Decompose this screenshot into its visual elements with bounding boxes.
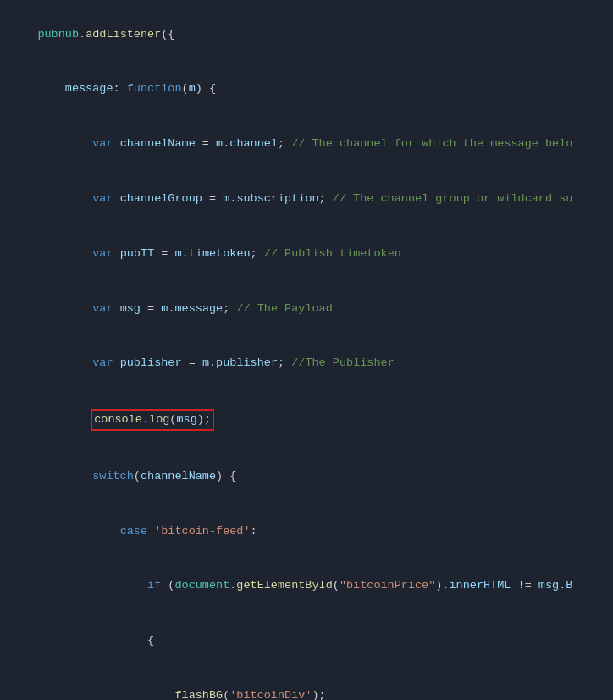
token [113, 137, 120, 150]
token [37, 525, 119, 537]
token: pubTT [120, 247, 155, 260]
token [37, 470, 92, 482]
code-line-1: pubnub.addListener({ [0, 7, 613, 62]
token: // The channel for which the message bel… [291, 137, 572, 150]
token: ); [197, 413, 211, 426]
token: ; [278, 137, 291, 150]
token: channelName [120, 137, 196, 150]
code-line-12: { [0, 614, 613, 669]
token: m [216, 137, 223, 150]
token: var [92, 356, 113, 369]
token: pubnub [37, 28, 79, 41]
token: var [92, 247, 113, 260]
token: { [37, 634, 154, 647]
token: console [94, 413, 142, 426]
token [37, 302, 92, 315]
token: . [182, 247, 189, 260]
token: message [65, 82, 113, 95]
token: if [147, 579, 161, 592]
token [147, 525, 154, 537]
token: flashBG [174, 689, 223, 700]
token [37, 192, 92, 205]
token: ( [333, 579, 340, 592]
code-line-10: case 'bitcoin-feed': [0, 504, 613, 559]
token: ( [134, 470, 141, 482]
code-line-7: var publisher = m.publisher; //The Publi… [0, 336, 613, 391]
token: ( [161, 579, 174, 592]
token [37, 689, 174, 700]
token: m [189, 82, 196, 95]
token: ). [435, 579, 449, 592]
token [37, 579, 147, 592]
token: = [182, 356, 202, 369]
token: log [149, 413, 169, 426]
token [113, 247, 120, 260]
token: : [251, 525, 257, 537]
token: m [202, 356, 209, 369]
token: : [113, 82, 127, 95]
token: channel [229, 137, 278, 150]
code-line-5: var pubTT = m.timetoken; // Publish time… [0, 226, 613, 281]
token: msg [176, 413, 196, 426]
token: ; [251, 247, 264, 260]
token: function [127, 82, 182, 95]
token: = [196, 137, 216, 150]
token: = [154, 247, 174, 260]
token: switch [92, 470, 134, 482]
token: document [174, 579, 229, 592]
code-line-3: var channelName = m.channel; // The chan… [0, 117, 613, 172]
token [37, 356, 92, 369]
token: = [141, 302, 161, 315]
token [37, 247, 92, 260]
token: message [174, 302, 223, 315]
code-line-11: if (document.getElementById("bitcoinPric… [0, 559, 613, 614]
token [37, 137, 92, 150]
token [37, 413, 92, 426]
token: innerHTML [450, 579, 511, 592]
token: . [79, 28, 86, 41]
token: channelName [141, 470, 216, 482]
token: //The Publisher [291, 356, 395, 369]
token: ; [319, 192, 333, 205]
token: ); [312, 689, 325, 700]
token: msg [538, 579, 559, 592]
token [113, 356, 120, 369]
token: var [92, 137, 113, 150]
token [113, 302, 120, 315]
token: subscription [236, 192, 318, 205]
token: ) { [216, 470, 236, 482]
token: var [92, 192, 113, 205]
token: ) { [196, 82, 216, 95]
token: msg [120, 302, 141, 315]
token [113, 192, 120, 205]
token: // The channel group or wildcard su [333, 192, 573, 205]
code-line-8-highlighted: console.log(msg); [0, 390, 613, 449]
token: . [209, 356, 216, 369]
token: m [174, 247, 181, 260]
token: ({ [161, 28, 174, 41]
token: ; [223, 302, 236, 315]
token: 'bitcoinDiv' [229, 689, 312, 700]
token: channelGroup [120, 192, 202, 205]
token: getElementById [236, 579, 332, 592]
code-line-4: var channelGroup = m.subscription; // Th… [0, 171, 613, 226]
token: "bitcoinPrice" [340, 579, 435, 592]
code-editor: pubnub.addListener({ message: function(m… [0, 0, 613, 700]
code-line-9: switch(channelName) { [0, 449, 613, 504]
token: ; [278, 356, 291, 369]
token: publisher [120, 356, 182, 369]
token: . [142, 413, 149, 426]
token: publisher [216, 356, 278, 369]
token: = [202, 192, 223, 205]
highlight-box: console.log(msg); [91, 409, 214, 431]
token [37, 82, 64, 95]
token: var [92, 302, 113, 315]
token: ( [182, 82, 189, 95]
token: // The Payload [236, 302, 332, 315]
token: != [511, 579, 538, 592]
code-line-6: var msg = m.message; // The Payload [0, 281, 613, 336]
token: addListener [86, 28, 161, 41]
code-line-2: message: function(m) { [0, 62, 613, 117]
token: 'bitcoin-feed' [154, 525, 250, 537]
token: B [566, 579, 572, 592]
